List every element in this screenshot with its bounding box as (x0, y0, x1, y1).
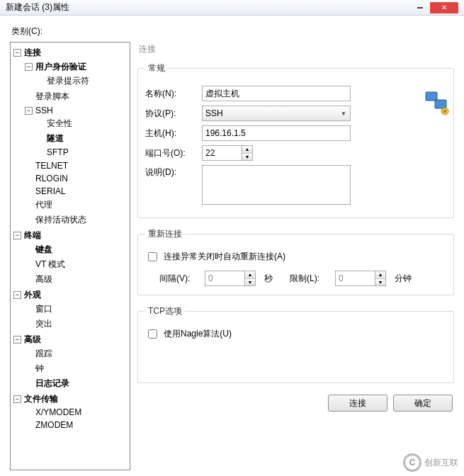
minimize-button[interactable] (410, 2, 430, 13)
tree-item-zmodem[interactable]: ZMODEM (23, 419, 128, 431)
tree-item-filetransfer[interactable]: − 文件传输 (12, 392, 128, 406)
window-title: 新建会话 (3)属性 (6, 1, 69, 13)
port-spinner[interactable]: ▲ ▼ (242, 145, 253, 161)
titlebar: 新建会话 (3)属性 ✕ (0, 0, 464, 16)
nagle-label: 使用Nagle算法(U) (164, 328, 232, 340)
limit-label: 限制(L): (290, 273, 327, 285)
collapse-icon[interactable]: − (13, 291, 21, 299)
port-input[interactable] (202, 145, 242, 161)
spin-down-icon[interactable]: ▼ (245, 279, 255, 286)
collapse-icon[interactable]: − (13, 336, 21, 344)
limit-unit: 分钟 (395, 273, 412, 285)
collapse-icon[interactable]: − (25, 63, 33, 71)
spin-down-icon[interactable]: ▼ (375, 279, 385, 286)
tree-item-vtmode[interactable]: VT 模式 (23, 258, 128, 271)
tree-item-terminal-advanced[interactable]: 高级 (23, 273, 128, 286)
reconnect-group: 重新连接 连接异常关闭时自动重新连接(A) 间隔(V): ▲ ▼ (137, 228, 454, 295)
host-input[interactable] (202, 125, 351, 141)
tree-item-sftp[interactable]: SFTP (35, 147, 128, 158)
tree-item-bell[interactable]: 钟 (23, 362, 128, 375)
tree-item-trace[interactable]: 跟踪 (23, 347, 128, 361)
connect-button[interactable]: 连接 (328, 395, 387, 412)
tree-item-xymodem[interactable]: X/YMODEM (23, 407, 128, 418)
reconnect-legend: 重新连接 (145, 228, 185, 240)
panel-header: 连接 (137, 42, 454, 60)
tcp-group: TCP选项 使用Nagle算法(U) (137, 305, 454, 383)
spin-up-icon[interactable]: ▲ (375, 271, 385, 279)
host-label: 主机(H): (145, 128, 196, 140)
tree-item-serial[interactable]: SERIAL (23, 186, 128, 197)
tree-item-tunnel[interactable]: 隧道 (35, 132, 128, 145)
tree-item-appearance[interactable]: − 外观 (12, 288, 128, 302)
tree-item-rlogin[interactable]: RLOGIN (23, 173, 128, 184)
limit-input[interactable] (335, 271, 375, 286)
collapse-icon[interactable]: − (25, 107, 33, 115)
auto-reconnect-label: 连接异常关闭时自动重新连接(A) (164, 251, 285, 263)
category-tree[interactable]: − 连接 − 用户身份验证 登录提示符 (10, 42, 130, 470)
tree-item-ssh[interactable]: − SSH (23, 105, 128, 116)
spin-down-icon[interactable]: ▼ (242, 154, 252, 161)
tree-item-security[interactable]: 安全性 (35, 117, 128, 130)
tree-item-highlight[interactable]: 突出 (23, 317, 128, 331)
tree-item-logon[interactable]: − 用户身份验证 (23, 60, 128, 74)
name-label: 名称(N): (145, 88, 196, 100)
interval-input[interactable] (205, 271, 244, 286)
tree-item-connection[interactable]: − 连接 (12, 46, 128, 60)
tree-item-proxy[interactable]: 代理 (23, 198, 128, 212)
category-label: 类别(C): (11, 26, 454, 38)
tcp-legend: TCP选项 (145, 305, 185, 317)
close-button[interactable]: ✕ (430, 2, 458, 13)
nagle-checkbox[interactable] (148, 329, 157, 339)
tree-item-logging[interactable]: 日志记录 (23, 377, 128, 390)
general-legend: 常规 (145, 62, 168, 74)
port-label: 端口号(O): (145, 147, 196, 159)
tree-item-terminal[interactable]: − 终端 (12, 229, 128, 242)
interval-label: 间隔(V): (159, 273, 196, 285)
ok-button[interactable]: 确定 (393, 395, 453, 412)
protocol-select[interactable]: SSH (202, 106, 351, 121)
collapse-icon[interactable]: − (13, 49, 21, 57)
auto-reconnect-checkbox[interactable] (148, 252, 157, 261)
tree-item-logon-prompt[interactable]: 登录提示符 (35, 74, 128, 88)
protocol-label: 协议(P): (145, 108, 196, 120)
tree-item-keyboard[interactable]: 键盘 (23, 243, 128, 256)
tree-item-window[interactable]: 窗口 (23, 302, 128, 316)
spin-up-icon[interactable]: ▲ (245, 271, 255, 279)
description-label: 说明(D): (145, 165, 196, 178)
description-input[interactable] (202, 165, 351, 205)
limit-spinner[interactable]: ▲ ▼ (375, 271, 386, 286)
interval-unit: 秒 (264, 273, 281, 285)
interval-spinner[interactable]: ▲ ▼ (244, 271, 256, 286)
collapse-icon[interactable]: − (13, 232, 21, 239)
general-group: 常规 名称(N): 协议(P): (137, 62, 454, 218)
tree-item-keepalive[interactable]: 保持活动状态 (23, 213, 128, 227)
tree-item-logon-script[interactable]: 登录脚本 (23, 90, 128, 103)
tree-item-telnet[interactable]: TELNET (23, 160, 128, 171)
collapse-icon[interactable]: − (13, 395, 21, 403)
spin-up-icon[interactable]: ▲ (242, 146, 252, 154)
name-input[interactable] (202, 86, 351, 101)
tree-item-advanced[interactable]: − 高级 (12, 333, 128, 346)
